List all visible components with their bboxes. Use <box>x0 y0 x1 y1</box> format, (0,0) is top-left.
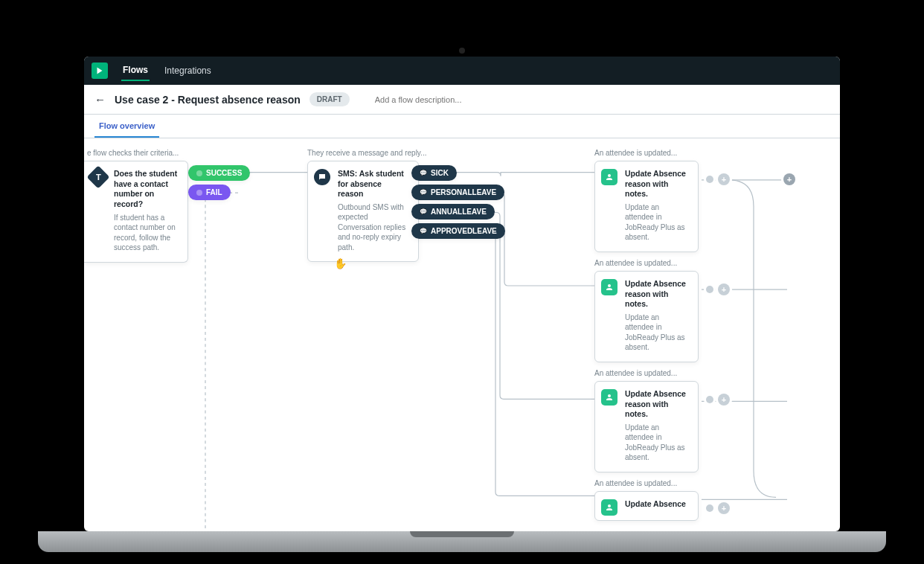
cursor-hand-icon: ✋ <box>334 257 347 271</box>
back-arrow-icon[interactable]: ← <box>94 93 106 106</box>
action-card-title: Update Absence <box>625 499 689 510</box>
trigger-card-body: If student has a contact number on recor… <box>114 213 179 253</box>
app-logo-icon[interactable] <box>92 63 108 79</box>
sms-icon <box>314 169 330 185</box>
app-screen: Flows Integrations ← Use case 2 - Reques… <box>84 57 840 531</box>
action-card-title: Update Absence reason with notes. <box>625 389 689 420</box>
action-card-title: Update Absence reason with notes. <box>625 169 689 199</box>
action-card-body: Update an attendee in JobReady Plus as a… <box>625 423 689 463</box>
success-pill[interactable]: SUCCESS <box>188 165 250 181</box>
column-label-criteria: e flow checks their criteria... <box>87 149 179 157</box>
column-label-attendee-4: An attendee is updated... <box>594 479 677 487</box>
add-branch-plus[interactable]: + <box>783 173 795 185</box>
column-label-attendee-1: An attendee is updated... <box>594 149 677 157</box>
column-label-attendee-2: An attendee is updated... <box>594 259 677 267</box>
nav-integrations[interactable]: Integrations <box>163 61 213 80</box>
action-icon <box>601 499 617 516</box>
action-card-body: Update an attendee in JobReady Plus as a… <box>625 202 689 243</box>
laptop-frame: Flows Integrations ← Use case 2 - Reques… <box>68 40 856 531</box>
trigger-card[interactable]: T Does the student have a contact number… <box>84 161 188 263</box>
action-card-4[interactable]: Update Absence <box>594 491 699 521</box>
sms-card[interactable]: SMS: Ask student for absence reason Outb… <box>307 161 419 262</box>
add-step-plus[interactable]: + <box>718 502 730 514</box>
laptop-base <box>38 531 886 552</box>
connector-dot <box>706 286 713 293</box>
column-label-message: They receive a message and reply... <box>307 149 426 157</box>
sms-card-body: Outbound SMS with expected Conversation … <box>338 202 409 253</box>
reply-pill-approved[interactable]: APPROVEDLEAVE <box>411 223 505 239</box>
page-title: Use case 2 - Request absence reason <box>115 94 301 106</box>
reply-pill-personal[interactable]: PERSONALLEAVE <box>411 185 504 200</box>
add-step-plus[interactable]: + <box>718 173 730 185</box>
add-step-plus[interactable]: + <box>718 283 730 295</box>
connector-dot <box>706 504 713 512</box>
flow-description-input[interactable] <box>373 94 479 105</box>
top-nav: Flows Integrations <box>84 57 840 85</box>
action-icon <box>601 389 617 406</box>
connector-dot <box>706 176 713 183</box>
trigger-icon: T <box>86 165 109 188</box>
status-badge: DRAFT <box>309 92 350 106</box>
trigger-card-title: Does the student have a contact number o… <box>114 169 179 210</box>
action-card-1[interactable]: Update Absence reason with notes. Update… <box>594 161 699 252</box>
reply-pill-sick[interactable]: SICK <box>411 165 457 181</box>
action-card-3[interactable]: Update Absence reason with notes. Update… <box>594 381 699 472</box>
title-bar: ← Use case 2 - Request absence reason DR… <box>84 85 840 115</box>
nav-flows[interactable]: Flows <box>121 60 150 81</box>
action-card-body: Update an attendee in JobReady Plus as a… <box>625 313 689 353</box>
fail-pill[interactable]: FAIL <box>188 185 231 200</box>
column-label-attendee-3: An attendee is updated... <box>594 369 677 377</box>
action-icon <box>601 279 617 295</box>
flow-canvas[interactable]: e flow checks their criteria... They rec… <box>84 138 840 531</box>
action-card-2[interactable]: Update Absence reason with notes. Update… <box>594 271 699 362</box>
connector-dot <box>706 396 713 403</box>
reply-pill-annual[interactable]: ANNUALLEAVE <box>411 204 495 219</box>
add-step-plus[interactable]: + <box>718 394 730 406</box>
action-card-title: Update Absence reason with notes. <box>625 279 689 310</box>
sms-card-title: SMS: Ask student for absence reason <box>338 169 409 199</box>
subtabs: Flow overview <box>84 115 840 138</box>
action-icon <box>601 169 617 185</box>
tab-flow-overview[interactable]: Flow overview <box>94 115 159 138</box>
